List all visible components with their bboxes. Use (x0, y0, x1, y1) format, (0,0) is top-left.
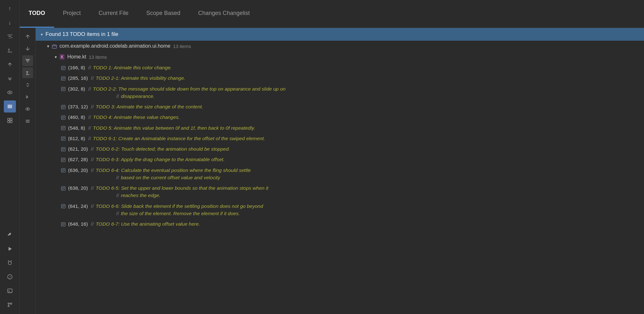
todo-items-container: (166, 8)//TODO 1: Animate this color cha… (36, 62, 644, 229)
todo-item-text-wrap: (627, 28)//TODO 6-3: Apply the drag chan… (68, 156, 225, 163)
content-wrapper: T (20, 28, 644, 314)
svg-rect-6 (8, 106, 12, 107)
sidebar-icon-git[interactable] (4, 299, 16, 311)
todo-comment-marker: // (88, 113, 91, 121)
left-sidebar: ↑ ↓ T (0, 0, 20, 314)
tool-up-btn[interactable] (22, 31, 33, 42)
package-count: 13 items (173, 44, 191, 49)
sidebar-icon-hammer[interactable] (4, 229, 16, 241)
tool-preview-btn[interactable] (22, 104, 33, 114)
todo-item-text-wrap: (166, 8)//TODO 1: Animate this color cha… (68, 64, 172, 71)
tool-list-view-btn[interactable] (22, 116, 33, 126)
todo-item[interactable]: (166, 8)//TODO 1: Animate this color cha… (36, 62, 644, 73)
sidebar-icon-up[interactable]: ↑ (4, 3, 16, 15)
todo-item[interactable]: (612, 8)//TODO 6-1: Create an Animatable… (36, 133, 644, 144)
tab-current-file[interactable]: Current File (90, 0, 137, 28)
tab-project[interactable]: Project (54, 0, 90, 28)
tab-bar: TODO Project Current File Scope Based Ch… (20, 0, 644, 28)
todo-item-text-wrap: (285, 16)//TODO 2-1: Animate this visibi… (68, 74, 185, 82)
svg-point-15 (8, 262, 11, 265)
todo-comment-marker: // (88, 135, 91, 142)
svg-marker-14 (9, 247, 12, 251)
todo-text: TODO 2-1: Animate this visibility change… (96, 74, 186, 82)
todo-item[interactable]: (373, 12)//TODO 3: Animate the size chan… (36, 101, 644, 112)
todo-item-text-wrap: (641, 24)//TODO 6-6: Slide back the elem… (68, 202, 263, 217)
todo-comment-marker: // (88, 64, 91, 71)
sidebar-icon-layout[interactable] (4, 114, 16, 126)
file-icon: K (60, 54, 65, 60)
svg-rect-27 (26, 121, 30, 122)
summary-chevron: ▾ (41, 32, 43, 37)
file-count: 13 items (89, 54, 107, 60)
svg-rect-10 (8, 121, 10, 123)
todo-item[interactable]: (627, 28)//TODO 6-3: Apply the drag chan… (36, 154, 644, 165)
sidebar-icon-cat[interactable] (4, 257, 16, 269)
todo-cont-text: disappearance. (121, 92, 155, 100)
sidebar-icon-run[interactable] (4, 243, 16, 255)
todo-text: TODO 6-2: Touch detected; the animation … (96, 145, 230, 153)
svg-rect-29 (52, 45, 57, 48)
sidebar-icon-filter[interactable] (4, 31, 16, 43)
todo-comment-marker: // (91, 202, 94, 210)
sidebar-icon-collapse[interactable] (4, 72, 16, 85)
todo-item[interactable]: (648, 16)//TODO 6-7: Use the animating o… (36, 219, 644, 229)
package-row[interactable]: ▾ com.example.android.codelab.animation.… (36, 41, 644, 51)
todo-item-text-wrap: (373, 12)//TODO 3: Animate the size chan… (68, 103, 203, 110)
todo-text: TODO 6-4: Calculate the eventual positio… (96, 167, 251, 174)
todo-comment-marker: // (91, 220, 94, 228)
todo-location: (641, 24) (68, 202, 88, 210)
tab-changes-changelist[interactable]: Changes Changelist (189, 0, 259, 28)
todo-item-icon (61, 185, 66, 191)
sidebar-icon-list[interactable] (4, 100, 16, 113)
svg-rect-28 (26, 122, 30, 123)
package-name: com.example.android.codelab.animation.ui… (60, 43, 171, 49)
todo-item-icon (61, 156, 66, 163)
summary-row[interactable]: ▾ Found 13 TODO items in 1 file (36, 28, 644, 41)
todo-item-icon (61, 86, 66, 92)
todo-item-text-wrap: (636, 20)//TODO 6-4: Calculate the event… (68, 167, 251, 181)
todo-item-icon (61, 146, 66, 152)
todo-item-text-wrap: (621, 20)//TODO 6-2: Touch detected; the… (68, 145, 230, 153)
todo-comment-marker: // (91, 156, 94, 163)
todo-text: TODO 1: Animate this color change. (93, 64, 172, 71)
todo-text: TODO 2-2: The message should slide down … (93, 85, 285, 92)
package-icon (52, 43, 57, 49)
todo-item[interactable]: (548, 8)//TODO 5: Animate this value bet… (36, 123, 644, 133)
svg-rect-26 (26, 120, 30, 120)
todo-item[interactable]: (636, 20)//TODO 6-4: Calculate the event… (36, 165, 644, 183)
todo-item[interactable]: (621, 20)//TODO 6-2: Touch detected; the… (36, 144, 644, 154)
todo-text: TODO 6-7: Use the animating offset value… (96, 220, 200, 228)
todo-item[interactable]: (460, 8)//TODO 4: Animate these value ch… (36, 112, 644, 122)
todo-location: (638, 20) (68, 184, 88, 192)
sidebar-icon-terminal[interactable] (4, 285, 16, 297)
svg-text:T: T (8, 49, 10, 52)
sidebar-icon-down[interactable]: ↓ (4, 17, 16, 29)
todo-location: (612, 8) (68, 135, 85, 142)
todo-cont-text: the size of the element. Remove the elem… (121, 210, 240, 217)
tool-filter-btn[interactable] (22, 55, 33, 66)
tool-type-btn[interactable]: T (22, 67, 33, 78)
tool-down-btn[interactable] (22, 43, 33, 54)
file-row[interactable]: ▾ K Home.kt 13 items (36, 51, 644, 62)
todo-text: TODO 5: Animate this value between 0f an… (93, 124, 255, 132)
svg-rect-5 (8, 105, 12, 106)
todo-item-text-wrap: (460, 8)//TODO 4: Animate these value ch… (68, 113, 180, 121)
todo-item[interactable]: (638, 20)//TODO 6-5: Set the upper and l… (36, 183, 644, 201)
tool-expand-btn[interactable] (22, 79, 33, 90)
tab-scope-based[interactable]: Scope Based (137, 0, 189, 28)
todo-item[interactable]: (285, 16)//TODO 2-1: Animate this visibi… (36, 73, 644, 83)
tree-area[interactable]: ▾ Found 13 TODO items in 1 file ▾ com.ex… (36, 28, 644, 314)
todo-item-text-wrap: (548, 8)//TODO 5: Animate this value bet… (68, 124, 255, 132)
tab-todo[interactable]: TODO (20, 0, 54, 28)
todo-cont-comment: // (94, 92, 119, 100)
svg-text:T: T (26, 71, 28, 75)
tool-collapse-btn[interactable] (22, 92, 33, 102)
sidebar-icon-edit[interactable]: T (4, 44, 16, 57)
sidebar-icon-expand[interactable] (4, 58, 16, 71)
todo-item[interactable]: (641, 24)//TODO 6-6: Slide back the elem… (36, 201, 644, 219)
todo-item-icon (61, 114, 66, 120)
todo-item-icon (61, 104, 66, 110)
todo-item[interactable]: (302, 8)//TODO 2-2: The message should s… (36, 84, 644, 102)
sidebar-icon-problems[interactable]: ! (4, 271, 16, 283)
sidebar-icon-eye[interactable] (4, 86, 16, 99)
